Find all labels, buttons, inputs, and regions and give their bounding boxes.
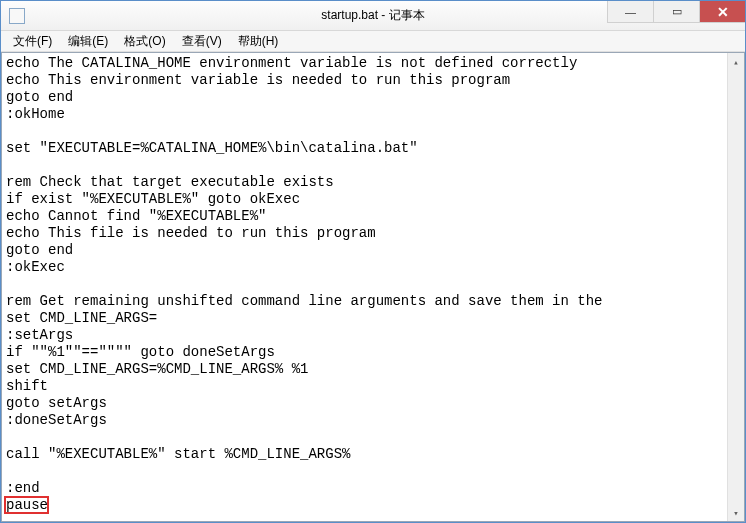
minimize-button[interactable]: — [607, 1, 653, 23]
menu-format[interactable]: 格式(O) [116, 31, 173, 52]
maximize-button[interactable]: ▭ [653, 1, 699, 23]
titlebar: startup.bat - 记事本 — ▭ ✕ [1, 1, 745, 31]
close-button[interactable]: ✕ [699, 1, 745, 23]
scroll-down-icon[interactable]: ▾ [728, 504, 744, 521]
editor-container: echo The CATALINA_HOME environment varia… [1, 52, 745, 522]
window-title: startup.bat - 记事本 [321, 7, 424, 24]
text-editor[interactable]: echo The CATALINA_HOME environment varia… [2, 53, 727, 521]
menu-view[interactable]: 查看(V) [174, 31, 230, 52]
menu-file[interactable]: 文件(F) [5, 31, 60, 52]
scroll-up-icon[interactable]: ▴ [728, 53, 744, 70]
menu-edit[interactable]: 编辑(E) [60, 31, 116, 52]
window-controls: — ▭ ✕ [607, 1, 745, 23]
app-icon [9, 8, 25, 24]
vertical-scrollbar[interactable]: ▴ ▾ [727, 53, 744, 521]
menubar: 文件(F) 编辑(E) 格式(O) 查看(V) 帮助(H) [1, 31, 745, 52]
menu-help[interactable]: 帮助(H) [230, 31, 287, 52]
